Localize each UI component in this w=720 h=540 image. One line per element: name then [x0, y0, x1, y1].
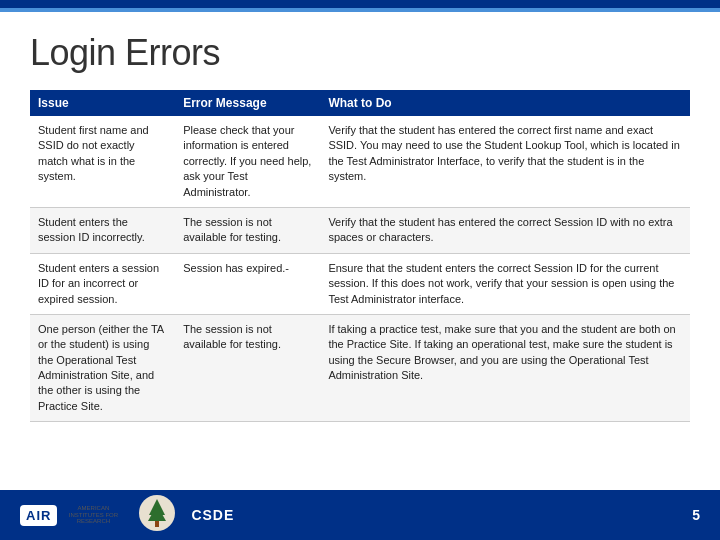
table-row: Student enters a session ID for an incor… [30, 253, 690, 314]
cell-issue-0: Student first name and SSID do not exact… [30, 116, 175, 207]
svg-rect-3 [155, 521, 159, 527]
table-row: Student first name and SSID do not exact… [30, 116, 690, 207]
page-title: Login Errors [30, 32, 690, 74]
csde-text: CSDE [191, 507, 234, 523]
table-row: One person (either the TA or the student… [30, 314, 690, 421]
cell-issue-2: Student enters a session ID for an incor… [30, 253, 175, 314]
air-logo: AIR AMERICAN INSTITUTES FOR RESEARCH [20, 505, 123, 526]
header-error: Error Message [175, 90, 320, 116]
tree-icon [139, 495, 175, 535]
cell-what-2: Ensure that the student enters the corre… [320, 253, 690, 314]
top-dark-bar [0, 0, 720, 8]
cell-error-0: Please check that your information is en… [175, 116, 320, 207]
header-issue: Issue [30, 90, 175, 116]
table-header-row: Issue Error Message What to Do [30, 90, 690, 116]
footer: AIR AMERICAN INSTITUTES FOR RESEARCH CSD… [0, 490, 720, 540]
cell-what-0: Verify that the student has entered the … [320, 116, 690, 207]
air-text: AIR [26, 508, 51, 523]
table-row: Student enters the session ID incorrectl… [30, 207, 690, 253]
csde-logo: CSDE [191, 507, 234, 523]
air-logo-box: AIR [20, 505, 57, 526]
cell-issue-3: One person (either the TA or the student… [30, 314, 175, 421]
errors-table: Issue Error Message What to Do Student f… [30, 90, 690, 422]
cell-error-3: The session is not available for testing… [175, 314, 320, 421]
cell-error-2: Session has expired.- [175, 253, 320, 314]
footer-logos: AIR AMERICAN INSTITUTES FOR RESEARCH CSD… [20, 495, 234, 535]
header-what: What to Do [320, 90, 690, 116]
cell-error-1: The session is not available for testing… [175, 207, 320, 253]
page-number: 5 [692, 507, 700, 523]
cell-what-3: If taking a practice test, make sure tha… [320, 314, 690, 421]
cell-issue-1: Student enters the session ID incorrectl… [30, 207, 175, 253]
air-subtext: AMERICAN INSTITUTES FOR RESEARCH [63, 505, 123, 525]
cell-what-1: Verify that the student has entered the … [320, 207, 690, 253]
